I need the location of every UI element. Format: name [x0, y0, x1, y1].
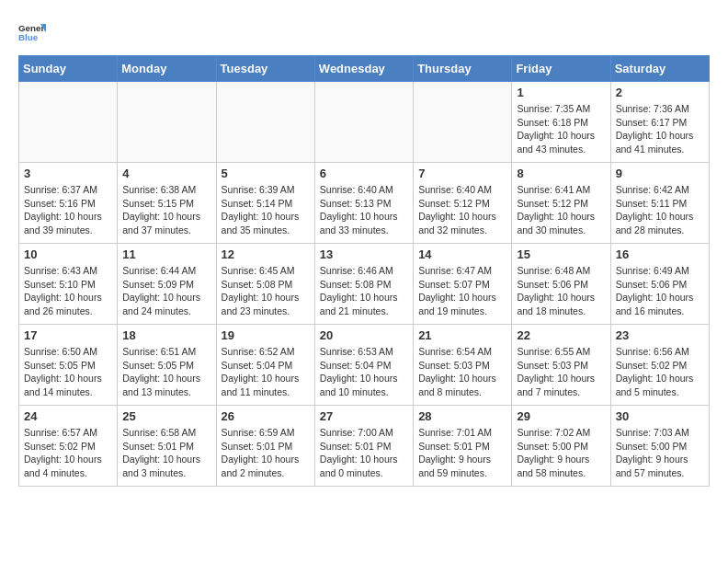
- day-number: 8: [517, 167, 605, 180]
- day-number: 25: [122, 409, 210, 423]
- calendar-cell: 9Sunrise: 6:42 AM Sunset: 5:11 PM Daylig…: [610, 163, 709, 244]
- calendar-cell: 22Sunrise: 6:55 AM Sunset: 5:03 PM Dayli…: [512, 325, 610, 406]
- day-number: 12: [222, 247, 310, 261]
- header-thursday: Thursday: [414, 56, 512, 82]
- header-monday: Monday: [118, 56, 216, 82]
- calendar-cell: 18Sunrise: 6:51 AM Sunset: 5:05 PM Dayli…: [118, 325, 216, 406]
- calendar-cell: 21Sunrise: 6:54 AM Sunset: 5:03 PM Dayli…: [414, 325, 512, 406]
- calendar-table: SundayMondayTuesdayWednesdayThursdayFrid…: [18, 55, 710, 487]
- day-info: Sunrise: 6:52 AM Sunset: 5:04 PM Dayligh…: [222, 345, 310, 399]
- calendar-cell: [118, 82, 216, 163]
- day-number: 20: [320, 328, 408, 342]
- day-info: Sunrise: 6:51 AM Sunset: 5:05 PM Dayligh…: [122, 345, 210, 399]
- day-info: Sunrise: 6:42 AM Sunset: 5:11 PM Dayligh…: [616, 183, 704, 237]
- calendar-cell: 28Sunrise: 7:01 AM Sunset: 5:01 PM Dayli…: [414, 406, 512, 487]
- calendar-cell: 17Sunrise: 6:50 AM Sunset: 5:05 PM Dayli…: [19, 325, 118, 406]
- calendar-cell: 8Sunrise: 6:41 AM Sunset: 5:12 PM Daylig…: [512, 163, 610, 244]
- logo-icon: General Blue: [18, 18, 46, 46]
- header-saturday: Saturday: [610, 56, 709, 82]
- page-header: General Blue: [18, 18, 710, 46]
- day-number: 10: [24, 247, 112, 261]
- day-number: 29: [517, 409, 605, 423]
- calendar-cell: [314, 82, 413, 163]
- day-info: Sunrise: 7:02 AM Sunset: 5:00 PM Dayligh…: [517, 426, 605, 480]
- header-tuesday: Tuesday: [216, 56, 314, 82]
- calendar-cell: 4Sunrise: 6:38 AM Sunset: 5:15 PM Daylig…: [118, 163, 216, 244]
- calendar-week-2: 3Sunrise: 6:37 AM Sunset: 5:16 PM Daylig…: [19, 163, 710, 244]
- day-number: 21: [418, 328, 506, 342]
- calendar-cell: 25Sunrise: 6:58 AM Sunset: 5:01 PM Dayli…: [118, 406, 216, 487]
- day-number: 9: [616, 167, 704, 180]
- day-number: 7: [418, 167, 506, 180]
- calendar-week-4: 17Sunrise: 6:50 AM Sunset: 5:05 PM Dayli…: [19, 325, 710, 406]
- day-info: Sunrise: 6:56 AM Sunset: 5:02 PM Dayligh…: [616, 345, 704, 399]
- calendar-cell: 3Sunrise: 6:37 AM Sunset: 5:16 PM Daylig…: [19, 163, 118, 244]
- day-number: 13: [320, 247, 408, 261]
- calendar-cell: 24Sunrise: 6:57 AM Sunset: 5:02 PM Dayli…: [19, 406, 118, 487]
- day-info: Sunrise: 7:35 AM Sunset: 6:18 PM Dayligh…: [517, 102, 605, 156]
- day-info: Sunrise: 6:39 AM Sunset: 5:14 PM Dayligh…: [222, 183, 310, 237]
- day-info: Sunrise: 6:40 AM Sunset: 5:12 PM Dayligh…: [418, 183, 506, 237]
- day-number: 27: [320, 409, 408, 423]
- calendar-header-row: SundayMondayTuesdayWednesdayThursdayFrid…: [19, 56, 710, 82]
- calendar-cell: 12Sunrise: 6:45 AM Sunset: 5:08 PM Dayli…: [216, 244, 314, 325]
- day-info: Sunrise: 7:00 AM Sunset: 5:01 PM Dayligh…: [320, 426, 408, 480]
- day-number: 5: [222, 167, 310, 180]
- day-number: 2: [616, 86, 704, 99]
- calendar-cell: 10Sunrise: 6:43 AM Sunset: 5:10 PM Dayli…: [19, 244, 118, 325]
- day-info: Sunrise: 6:43 AM Sunset: 5:10 PM Dayligh…: [24, 264, 112, 318]
- calendar-cell: 2Sunrise: 7:36 AM Sunset: 6:17 PM Daylig…: [610, 82, 709, 163]
- calendar-week-1: 1Sunrise: 7:35 AM Sunset: 6:18 PM Daylig…: [19, 82, 710, 163]
- day-info: Sunrise: 6:58 AM Sunset: 5:01 PM Dayligh…: [122, 426, 210, 480]
- day-number: 17: [24, 328, 112, 342]
- day-info: Sunrise: 6:37 AM Sunset: 5:16 PM Dayligh…: [24, 183, 112, 237]
- day-info: Sunrise: 6:48 AM Sunset: 5:06 PM Dayligh…: [517, 264, 605, 318]
- calendar-cell: 20Sunrise: 6:53 AM Sunset: 5:04 PM Dayli…: [314, 325, 413, 406]
- calendar-cell: 16Sunrise: 6:49 AM Sunset: 5:06 PM Dayli…: [610, 244, 709, 325]
- day-number: 26: [222, 409, 310, 423]
- calendar-cell: 29Sunrise: 7:02 AM Sunset: 5:00 PM Dayli…: [512, 406, 610, 487]
- day-number: 4: [122, 167, 210, 180]
- calendar-cell: 27Sunrise: 7:00 AM Sunset: 5:01 PM Dayli…: [314, 406, 413, 487]
- calendar-cell: 26Sunrise: 6:59 AM Sunset: 5:01 PM Dayli…: [216, 406, 314, 487]
- day-info: Sunrise: 7:36 AM Sunset: 6:17 PM Dayligh…: [616, 102, 704, 156]
- calendar-cell: [216, 82, 314, 163]
- day-number: 6: [320, 167, 408, 180]
- calendar-cell: 13Sunrise: 6:46 AM Sunset: 5:08 PM Dayli…: [314, 244, 413, 325]
- day-info: Sunrise: 6:44 AM Sunset: 5:09 PM Dayligh…: [122, 264, 210, 318]
- calendar-cell: 30Sunrise: 7:03 AM Sunset: 5:00 PM Dayli…: [610, 406, 709, 487]
- header-wednesday: Wednesday: [314, 56, 413, 82]
- calendar-cell: 1Sunrise: 7:35 AM Sunset: 6:18 PM Daylig…: [512, 82, 610, 163]
- header-friday: Friday: [512, 56, 610, 82]
- calendar-cell: 5Sunrise: 6:39 AM Sunset: 5:14 PM Daylig…: [216, 163, 314, 244]
- calendar-cell: 14Sunrise: 6:47 AM Sunset: 5:07 PM Dayli…: [414, 244, 512, 325]
- day-info: Sunrise: 7:03 AM Sunset: 5:00 PM Dayligh…: [616, 426, 704, 480]
- day-number: 24: [24, 409, 112, 423]
- day-number: 11: [122, 247, 210, 261]
- day-info: Sunrise: 6:59 AM Sunset: 5:01 PM Dayligh…: [222, 426, 310, 480]
- calendar-cell: 19Sunrise: 6:52 AM Sunset: 5:04 PM Dayli…: [216, 325, 314, 406]
- day-info: Sunrise: 6:50 AM Sunset: 5:05 PM Dayligh…: [24, 345, 112, 399]
- svg-text:Blue: Blue: [18, 32, 39, 42]
- day-info: Sunrise: 6:45 AM Sunset: 5:08 PM Dayligh…: [222, 264, 310, 318]
- day-info: Sunrise: 6:49 AM Sunset: 5:06 PM Dayligh…: [616, 264, 704, 318]
- day-number: 14: [418, 247, 506, 261]
- day-number: 30: [616, 409, 704, 423]
- day-info: Sunrise: 7:01 AM Sunset: 5:01 PM Dayligh…: [418, 426, 506, 480]
- calendar-cell: 6Sunrise: 6:40 AM Sunset: 5:13 PM Daylig…: [314, 163, 413, 244]
- day-number: 19: [222, 328, 310, 342]
- day-number: 22: [517, 328, 605, 342]
- calendar-cell: 23Sunrise: 6:56 AM Sunset: 5:02 PM Dayli…: [610, 325, 709, 406]
- calendar-week-3: 10Sunrise: 6:43 AM Sunset: 5:10 PM Dayli…: [19, 244, 710, 325]
- calendar-week-5: 24Sunrise: 6:57 AM Sunset: 5:02 PM Dayli…: [19, 406, 710, 487]
- day-info: Sunrise: 6:57 AM Sunset: 5:02 PM Dayligh…: [24, 426, 112, 480]
- day-number: 3: [24, 167, 112, 180]
- calendar-cell: 11Sunrise: 6:44 AM Sunset: 5:09 PM Dayli…: [118, 244, 216, 325]
- calendar-cell: 7Sunrise: 6:40 AM Sunset: 5:12 PM Daylig…: [414, 163, 512, 244]
- day-info: Sunrise: 6:46 AM Sunset: 5:08 PM Dayligh…: [320, 264, 408, 318]
- day-info: Sunrise: 6:47 AM Sunset: 5:07 PM Dayligh…: [418, 264, 506, 318]
- header-sunday: Sunday: [19, 56, 118, 82]
- day-number: 23: [616, 328, 704, 342]
- logo: General Blue: [18, 18, 46, 46]
- day-number: 16: [616, 247, 704, 261]
